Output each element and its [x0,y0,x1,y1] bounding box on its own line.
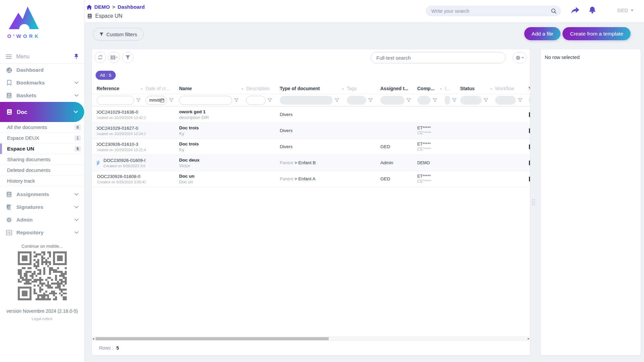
table-settings-button[interactable] [513,52,527,63]
filter-funnel-icon[interactable] [169,98,173,102]
filter-funnel-icon[interactable] [452,98,457,102]
table-row[interactable]: wDOC230926-01609-0Created on 9/26/2023 3… [92,155,530,171]
sidebar-item-assignments[interactable]: Assignments [0,188,84,201]
home-icon[interactable] [87,5,92,10]
panel-splitter-handle[interactable] [532,199,535,205]
cell-assigned [380,107,417,122]
column-header-type-of-document[interactable]: Type of document▸ [280,83,347,94]
sidebar-item-baskets[interactable]: Baskets [0,89,84,102]
menu-toggle[interactable]: Menu [0,50,84,64]
column-header-reference[interactable]: Reference▸ [97,83,146,94]
legal-notice-link[interactable]: Legal notice [0,317,84,321]
sidebar-item-signatures[interactable]: Signatures [0,201,84,214]
cell-date [146,139,179,155]
table-row[interactable]: PDFDOC230926-01610-3Created on 10/29/202… [92,139,530,155]
hamburger-icon[interactable] [6,54,12,59]
filter-funnel-icon[interactable] [335,98,339,102]
book-icon [6,191,12,197]
filter-funnel-icon[interactable] [518,98,522,102]
sidebar-subitem-deleted-documents[interactable]: Deleted documents [0,165,84,176]
filter-input-description[interactable] [246,96,266,105]
chevron-down-icon [74,193,78,196]
filter-date-input[interactable]: mm/d [146,96,167,105]
column-header-status[interactable]: Status▸ [460,83,495,94]
column-header-label: Description [246,86,270,91]
table-row[interactable]: PDFDOC241029-01636-0Created on 10/29/202… [92,107,530,123]
cell-empty [495,155,529,171]
filter-button[interactable] [122,52,133,63]
share-button[interactable] [571,7,580,15]
filter-input-disabled [529,96,530,105]
details-panel: No row selected [541,49,641,355]
pin-icon[interactable] [74,54,78,59]
sidebar-item-doc[interactable]: Doc [0,102,84,122]
search-icon[interactable] [551,8,556,14]
version-label: version Novembre 2024 (2.18.0-5) [0,308,84,314]
cell-empty [445,155,460,171]
column-header-description[interactable]: Description [246,83,280,94]
breadcrumb-current[interactable]: Dashboard [118,4,145,10]
document-name: owork ged 1 [179,109,244,114]
rows-count-label: Rows : [99,345,113,351]
notifications-button[interactable] [588,6,596,15]
global-search[interactable] [426,6,561,16]
add-file-button[interactable]: Add a file [524,27,561,40]
document-subtitle: Doc un [179,179,244,184]
column-header-name[interactable]: Name▸ [179,83,246,94]
global-search-input[interactable] [427,8,551,14]
all-filter-chip[interactable]: All : 5 [96,71,116,80]
sidebar-item-dashboard[interactable]: Dashboard [0,64,84,76]
attachment-paperclip-icon [97,160,100,166]
bookmark-icon [7,80,12,86]
reference-number: DOC230926-01609-0 [103,158,146,163]
fulltext-search[interactable] [371,52,505,63]
app-logo[interactable]: O'WORK [5,3,42,39]
logo-area: O'WORK [0,0,84,50]
sidebar-item-bookmarks[interactable]: Bookmarks [0,76,84,89]
filter-funnel-icon[interactable] [136,98,141,102]
filter-input-name[interactable] [179,96,232,105]
cell-reference: PDFDOC241029-01636-0Created on 10/29/202… [97,107,146,122]
column-header-y[interactable]: Y... [529,83,530,94]
sidebar-subitem-label: Espace UN [7,146,74,152]
columns-button[interactable] [108,52,120,63]
filter-input-reference[interactable] [97,96,134,105]
filter-cell-tags [347,96,380,105]
sidebar-subitem-espace-un[interactable]: Espace UN5 [0,143,84,154]
filter-funnel-icon[interactable] [433,98,437,102]
table-footer: Rows : 5 [92,341,530,355]
create-template-button[interactable]: Create from a template [562,27,631,40]
filter-funnel-icon[interactable] [234,98,238,102]
scroll-right-arrow[interactable]: ▸ [528,337,529,341]
custom-filters-button[interactable]: Custom filters [93,28,144,41]
sidebar-subitem-sharing-documents[interactable]: Sharing documents [0,154,84,165]
filter-funnel-icon[interactable] [484,98,488,102]
sidebar-item-repository[interactable]: Repository [0,226,84,239]
scroll-left-arrow[interactable]: ◂ [93,337,94,341]
scrollbar-thumb[interactable] [96,337,329,340]
type-value: Divers [280,112,292,117]
refresh-button[interactable] [95,52,106,63]
breadcrumb-root[interactable]: DEMO [94,4,110,10]
sidebar-subitem-espace-deux[interactable]: Espace DEUX1 [0,133,84,143]
fulltext-search-input[interactable] [371,55,505,61]
column-header-i[interactable]: I... [445,83,460,94]
filter-funnel-icon[interactable] [368,98,373,102]
table-row[interactable]: PDFDOC241029-01627-0Created on 10/29/202… [92,123,530,139]
column-header-comp[interactable]: Comp...▸ [417,83,445,94]
cell-name: Doc unDoc un [179,171,246,187]
table-row[interactable]: PDFDOC230926-01608-0Created on 9/26/2023… [92,171,530,187]
column-header-date-of-cr[interactable]: Date of cr... [146,83,179,94]
sidebar-subitem-history-track[interactable]: History track [0,176,84,186]
user-menu[interactable]: GED [617,7,634,13]
column-header-tags[interactable]: Tags [347,83,380,94]
sidebar-item-admin[interactable]: Admin [0,214,84,226]
column-header-workflow[interactable]: Workflow [495,83,529,94]
sidebar-subitem-all-the-documents[interactable]: All the documents6 [0,122,84,133]
filter-funnel-icon[interactable] [268,98,272,102]
cell-empty [460,139,495,155]
column-header-assigned-t[interactable]: Assigned t... [380,83,417,94]
caret-down-icon [631,9,634,11]
horizontal-scrollbar[interactable]: ◂ ▸ [92,337,530,341]
filter-funnel-icon[interactable] [407,98,411,102]
